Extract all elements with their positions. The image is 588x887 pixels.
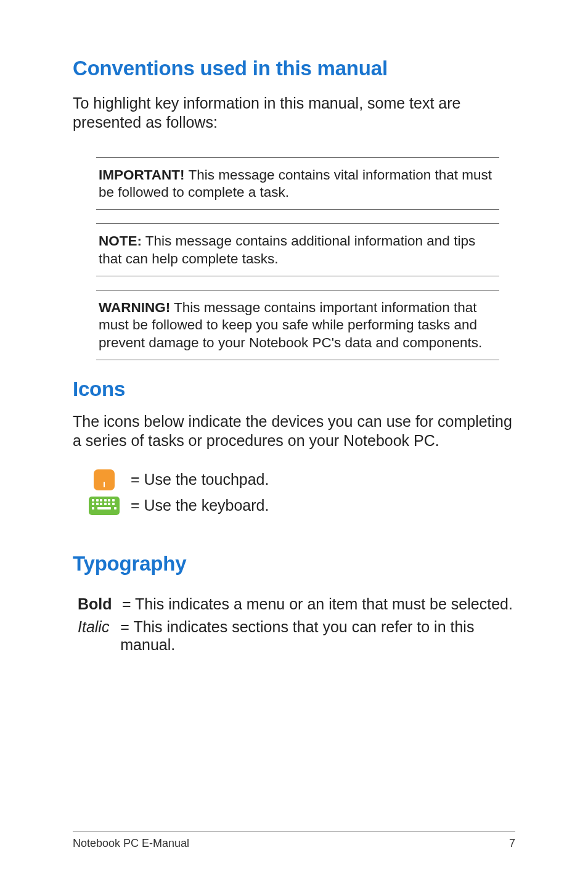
typography-bold-desc: = This indicates a menu or an item that … xyxy=(122,595,513,613)
icon-row-keyboard: = Use the keyboard. xyxy=(89,497,515,515)
heading-conventions: Conventions used in this manual xyxy=(73,57,515,80)
intro-conventions: To highlight key information in this man… xyxy=(73,94,515,133)
note-important: IMPORTANT! This message contains vital i… xyxy=(96,157,499,210)
notes-group: IMPORTANT! This message contains vital i… xyxy=(73,157,515,361)
note-note-label: NOTE: xyxy=(99,233,142,249)
footer-title: Notebook PC E-Manual xyxy=(73,837,189,850)
touchpad-icon xyxy=(89,469,120,490)
page-footer: Notebook PC E-Manual 7 xyxy=(73,831,515,850)
icon-row-touchpad: = Use the touchpad. xyxy=(89,469,515,490)
typography-italic-label: Italic xyxy=(78,618,114,636)
typography-bold-row: Bold = This indicates a menu or an item … xyxy=(78,595,515,613)
keyboard-icon xyxy=(89,497,120,515)
keyboard-text: = Use the keyboard. xyxy=(131,497,269,514)
typography-italic-row: Italic = This indicates sections that yo… xyxy=(78,618,515,654)
note-important-label: IMPORTANT! xyxy=(99,167,185,183)
note-warning: WARNING! This message contains important… xyxy=(96,290,499,360)
touchpad-text: = Use the touchpad. xyxy=(131,471,269,489)
intro-icons: The icons below indicate the devices you… xyxy=(73,412,515,451)
page: Conventions used in this manual To highl… xyxy=(0,0,588,887)
typography-bold-label: Bold xyxy=(78,595,116,613)
heading-icons: Icons xyxy=(73,377,515,401)
note-warning-label: WARNING! xyxy=(99,300,170,315)
footer-page-number: 7 xyxy=(509,837,515,850)
typography-italic-desc: = This indicates sections that you can r… xyxy=(120,618,515,654)
note-note: NOTE: This message contains additional i… xyxy=(96,223,499,276)
heading-typography: Typography xyxy=(73,552,515,576)
note-note-text: This message contains additional informa… xyxy=(99,233,475,266)
